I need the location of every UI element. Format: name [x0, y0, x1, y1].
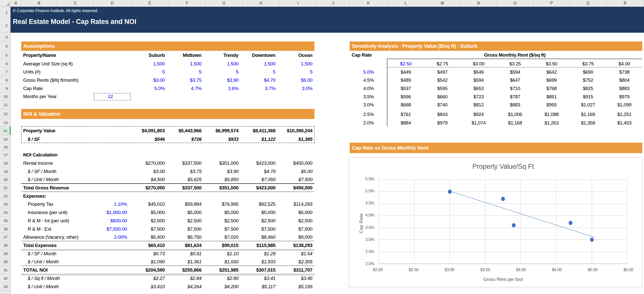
cell-F23[interactable]: $59,884	[169, 200, 202, 208]
sensitivity-cell-1-2[interactable]: $497	[424, 68, 461, 76]
sensitivity-cell-4-3[interactable]: $723	[461, 93, 497, 101]
cell-H20[interactable]: $7,050	[243, 176, 275, 184]
cell-I18[interactable]: $450,000	[279, 159, 312, 167]
column-header-I[interactable]: I	[279, 0, 316, 7]
cell-D27[interactable]: 2.00%	[94, 233, 127, 241]
scatter-point-1[interactable]	[448, 190, 452, 194]
sensitivity-cap-rate-3.5%[interactable]: 3.5%	[350, 93, 387, 101]
cell-I31[interactable]: $311,707	[279, 266, 312, 274]
scatter-point-3[interactable]	[512, 223, 516, 228]
cell-G21[interactable]: $351,000	[206, 184, 238, 192]
sensitivity-cell-2-6[interactable]: $752	[570, 76, 607, 84]
cell-D23[interactable]: 1.10%	[94, 200, 127, 208]
cell-G27[interactable]: $7,020	[206, 233, 238, 241]
cell-E31[interactable]: $204,590	[131, 266, 165, 274]
sensitivity-cell-7-7[interactable]: $1,453	[607, 119, 642, 127]
sensitivity-cell-1-4[interactable]: $594	[497, 68, 534, 76]
trendline[interactable]	[450, 191, 595, 237]
column-header-H[interactable]: H	[243, 0, 279, 7]
cell-G25[interactable]: $2,500	[206, 217, 238, 225]
cell-F33[interactable]: $4,264	[169, 282, 202, 291]
cell-H31[interactable]: $307,015	[243, 266, 275, 274]
cell-F30[interactable]: $1,361	[169, 258, 202, 266]
sensitivity-cell-3-6[interactable]: $825	[570, 84, 607, 93]
cell-E33[interactable]: $3,410	[131, 282, 165, 291]
cell-F20[interactable]: $5,625	[169, 176, 202, 184]
cell-H23[interactable]: $92,525	[243, 200, 275, 208]
sensitivity-cell-3-4[interactable]: $710	[497, 84, 534, 93]
row-header-16[interactable]: 16	[0, 143, 11, 151]
column-header-O[interactable]: O	[497, 0, 534, 7]
sensitivity-cell-6-4[interactable]: $1,006	[497, 110, 534, 118]
sensitivity-cell-7-6[interactable]: $1,358	[570, 119, 607, 127]
sensitivity-cell-7-2[interactable]: $979	[424, 119, 461, 127]
cell-I19[interactable]: $5.00	[279, 167, 312, 176]
sensitivity-cell-6-3[interactable]: $924	[461, 110, 497, 118]
sensitivity-cell-6-5[interactable]: $1,088	[534, 110, 570, 118]
cell-F27[interactable]: $6,750	[169, 233, 202, 241]
cell-E28[interactable]: $65,410	[131, 241, 165, 249]
sensitivity-cell-4-6[interactable]: $915	[570, 93, 607, 101]
sensitivity-cell-6-2[interactable]: $843	[424, 110, 461, 118]
cell-G24[interactable]: $5,000	[206, 208, 238, 217]
cell-H27[interactable]: $8,460	[243, 233, 275, 241]
cell-I29[interactable]: $1.54	[279, 249, 312, 258]
sensitivity-cell-6-1[interactable]: $761	[387, 110, 424, 118]
column-header-E[interactable]: E	[131, 0, 169, 7]
cell-F18[interactable]: $337,500	[169, 159, 202, 167]
cell-G31[interactable]: $251,985	[206, 266, 238, 274]
cell-F31[interactable]: $255,866	[169, 266, 202, 274]
cell-H19[interactable]: $4.70	[243, 167, 275, 176]
sensitivity-cell-3-2[interactable]: $595	[424, 84, 461, 93]
cell-F32[interactable]: $2.84	[169, 274, 202, 282]
column-header-M[interactable]: M	[424, 0, 461, 7]
cell-H29[interactable]: $1.29	[243, 249, 275, 258]
cell-E26[interactable]: $7,500	[131, 225, 165, 233]
months-input-cell-border[interactable]	[94, 93, 131, 101]
cell-I33[interactable]: $5,195	[279, 282, 312, 291]
cell-G19[interactable]: $3.90	[206, 167, 238, 176]
sensitivity-cell-2-2[interactable]: $542	[424, 76, 461, 84]
sensitivity-cell-4-4[interactable]: $787	[497, 93, 534, 101]
column-header-L[interactable]: L	[387, 0, 424, 7]
sensitivity-cell-4-2[interactable]: $660	[424, 93, 461, 101]
sensitivity-cap-rate-4.0%[interactable]: 4.0%	[350, 84, 387, 93]
scatter-point-5[interactable]	[590, 238, 594, 242]
cell-H32[interactable]: $3.41	[243, 274, 275, 282]
select-all-corner[interactable]	[0, 0, 11, 7]
column-header-C[interactable]: C	[57, 0, 94, 7]
sensitivity-cell-2-7[interactable]: $804	[607, 76, 642, 84]
row-header-4[interactable]: 4	[0, 41, 11, 51]
sensitivity-cell-1-5[interactable]: $642	[534, 68, 570, 76]
sensitivity-cap-rate-3.0%[interactable]: 3.0%	[350, 101, 387, 109]
cell-I25[interactable]: $2,500	[279, 217, 312, 225]
cell-I24[interactable]: $5,000	[279, 208, 312, 217]
sensitivity-cell-3-1[interactable]: $537	[387, 84, 424, 93]
cell-G18[interactable]: $351,000	[206, 159, 238, 167]
sensitivity-cell-1-6[interactable]: $690	[570, 68, 607, 76]
scatter-point-4[interactable]	[569, 221, 572, 225]
sensitivity-cell-1-1[interactable]: $449	[387, 68, 424, 76]
column-header-A[interactable]: A	[11, 0, 21, 7]
column-header-F[interactable]: F	[169, 0, 206, 7]
sensitivity-cell-3-5[interactable]: $768	[534, 84, 570, 93]
cell-E29[interactable]: $0.73	[131, 249, 165, 258]
cell-E30[interactable]: $1,090	[131, 258, 165, 266]
column-header-K[interactable]: K	[350, 0, 387, 7]
sensitivity-cell-6-7[interactable]: $1,251	[607, 110, 642, 118]
cell-E24[interactable]: $5,000	[131, 208, 165, 217]
sensitivity-col-header-6[interactable]: $3.75	[570, 60, 607, 68]
cell-F28[interactable]: $81,634	[169, 241, 202, 249]
column-header-B[interactable]: B	[21, 0, 57, 7]
sensitivity-col-header-4[interactable]: $3.25	[497, 60, 534, 68]
cell-I28[interactable]: $138,293	[279, 241, 312, 249]
cell-H24[interactable]: $5,000	[243, 208, 275, 217]
cell-H26[interactable]: $7,500	[243, 225, 275, 233]
cell-H33[interactable]: $5,117	[243, 282, 275, 291]
column-header-P[interactable]: P	[534, 0, 570, 7]
cell-F29[interactable]: $0.91	[169, 249, 202, 258]
cell-F25[interactable]: $2,500	[169, 217, 202, 225]
cell-E32[interactable]: $2.27	[131, 274, 165, 282]
column-header-Q[interactable]: Q	[570, 0, 607, 7]
sensitivity-cell-5-3[interactable]: $812	[461, 101, 497, 109]
